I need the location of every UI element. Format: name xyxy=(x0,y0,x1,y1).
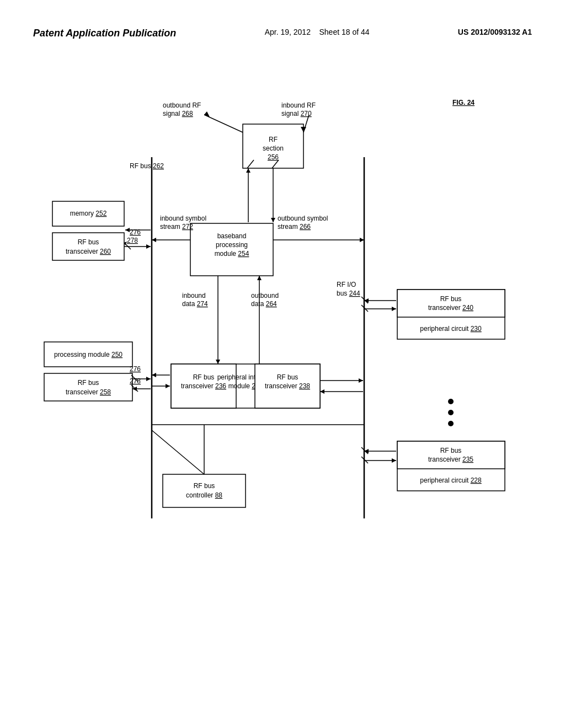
memory-text: memory 252 xyxy=(70,210,107,217)
header-title: Patent Application Publication xyxy=(33,28,176,39)
dot2 xyxy=(448,410,454,415)
head-periph-baseband-outbound xyxy=(257,276,262,280)
rf-transceiver-258-text1: RF bus xyxy=(78,379,99,387)
rf-transceiver-260-text1: RF bus xyxy=(78,238,99,246)
bus-to-236-head xyxy=(166,384,170,388)
rf-transceiver-235-text1: RF bus xyxy=(440,447,462,454)
diagram-svg: FIG. 24 RF bus 262 outbound RF signal 26… xyxy=(22,72,543,706)
header-date: Apr. 19, 2012 xyxy=(265,28,311,36)
head-baseband-periph-inbound xyxy=(216,360,220,364)
label-276-bottom: 276 xyxy=(130,365,141,373)
258-to-bus-head xyxy=(146,377,151,381)
dot3 xyxy=(448,421,454,426)
rf-section-text1: RF xyxy=(269,136,278,143)
label-276-top: 276 xyxy=(130,228,141,236)
outbound-symbol-stream: stream 266 xyxy=(278,223,311,231)
inbound-symbol-label: inbound symbol xyxy=(160,215,206,222)
label-278-bottom: 278 xyxy=(130,377,141,385)
rf-transceiver-260-text2: transceiver 260 xyxy=(66,248,111,255)
rf-section-text2: section xyxy=(263,144,284,152)
inbound-rf-label: inbound RF xyxy=(281,101,316,109)
rf-transceiver-240-text1: RF bus xyxy=(440,295,462,303)
outbound-data-264: data 264 xyxy=(251,300,277,308)
rf-bus-controller-box xyxy=(163,474,246,507)
inbound-data-274: data 274 xyxy=(182,300,208,308)
rf-transceiver-236-text1: RF bus xyxy=(193,373,215,381)
outbound-data-label: outbound xyxy=(251,292,279,299)
rf-transceiver-238-text2: transceiver 238 xyxy=(265,382,310,390)
rf-transceiver-240-box xyxy=(397,290,505,317)
rf-transceiver-258-box xyxy=(44,373,132,401)
inbound-symbol-stream: stream 272 xyxy=(160,223,193,231)
header-sheet: Sheet 18 of 44 xyxy=(319,28,369,36)
arrowhead-bus-to-260 xyxy=(125,228,130,232)
periph-circuit-228-text: peripheral circuit 228 xyxy=(420,477,482,484)
header-center: Apr. 19, 2012 Sheet 18 of 44 xyxy=(265,28,370,36)
rf-bus-controller-text1: RF bus xyxy=(194,482,215,490)
page: Patent Application Publication Apr. 19, … xyxy=(0,0,565,728)
rf-bus-controller-text2: controller 88 xyxy=(186,491,222,499)
right-bus-to-238-head xyxy=(320,389,324,394)
baseband-to-rf-head xyxy=(246,168,250,173)
inbound-rf-label2: signal 270 xyxy=(281,110,312,117)
controller-to-bus-line xyxy=(152,430,204,474)
outbound-symbol-label: outbound symbol xyxy=(278,215,328,222)
rf-io-bus-244: bus 244 xyxy=(337,290,360,297)
arrowhead-260-to-bus xyxy=(146,244,151,249)
processing-module-text: processing module 250 xyxy=(54,351,122,358)
dot1 xyxy=(448,399,454,404)
rf-transceiver-235-box xyxy=(397,441,505,469)
baseband-text2: processing xyxy=(216,241,248,249)
rf-section-text3: 256 xyxy=(268,153,279,161)
bus-to-228-head1 xyxy=(392,458,396,463)
outbound-rf-arrow-line xyxy=(204,115,243,132)
rf-transceiver-236-text2: transceiver 236 xyxy=(181,382,226,390)
baseband-text1: baseband xyxy=(217,232,247,240)
label-278-top: 278 xyxy=(127,237,138,244)
rf-bus-262-label: RF bus 262 xyxy=(130,162,164,170)
baseband-text3: module 254 xyxy=(215,250,249,258)
rf-transceiver-260-box xyxy=(52,233,124,260)
rf-io-bus-label: RF I/O xyxy=(337,281,356,288)
outbound-rf-label: outbound RF xyxy=(163,101,201,109)
header-patent: US 2012/0093132 A1 xyxy=(458,28,532,36)
bus-to-230-head1 xyxy=(392,307,396,311)
inbound-data-label: inbound xyxy=(182,292,206,299)
periph-circuit-230-text: peripheral circuit 230 xyxy=(420,325,482,333)
238-to-right-bus-head xyxy=(359,378,363,383)
outbound-rf-label2: signal 268 xyxy=(163,110,193,117)
rf-transceiver-238-text1: RF bus xyxy=(277,373,299,381)
rf-transceiver-258-text2: transceiver 258 xyxy=(66,388,111,396)
fig-label: FIG. 24 xyxy=(452,99,475,106)
rf-transceiver-240-text2: transceiver 240 xyxy=(428,304,473,312)
rf-transceiver-235-text2: transceiver 235 xyxy=(428,456,473,463)
header: Patent Application Publication Apr. 19, … xyxy=(33,28,532,39)
rf-to-baseband-head xyxy=(271,218,275,222)
